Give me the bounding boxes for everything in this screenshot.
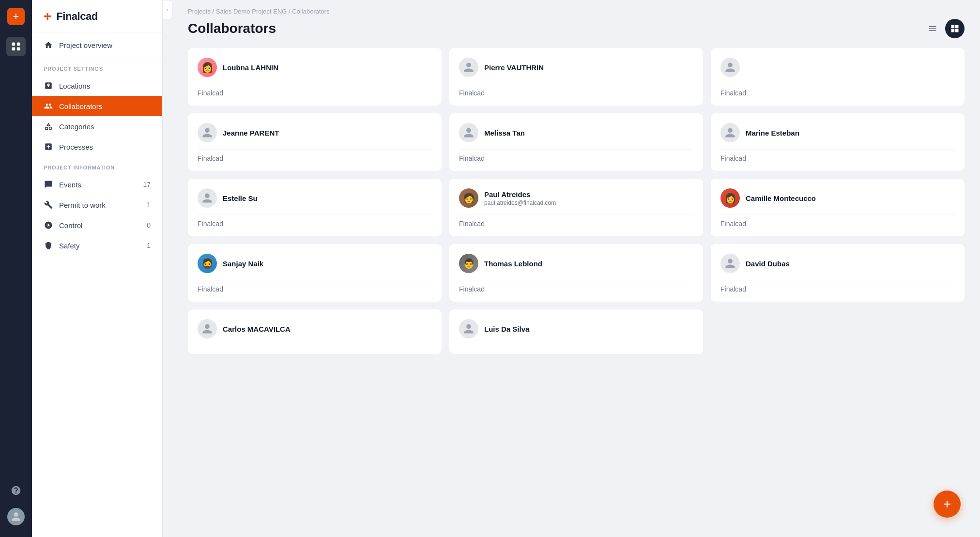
collab-card-header: Luis Da Silva [459,319,693,338]
page-title-row: Collaborators [188,19,965,38]
collab-company: Finalcad [720,280,955,293]
collab-card-header: Melissa Tan [459,123,693,142]
permit-to-work-label: Permit to work [59,201,106,209]
grid-view-icon [950,24,960,33]
collab-card[interactable]: 👨 Thomas Leblond Finalcad [449,244,703,302]
control-label: Control [59,221,82,230]
grid-view-button[interactable] [945,19,965,38]
collab-name: Estelle Su [223,194,258,202]
collab-avatar [459,58,478,77]
collab-name: Camille Montecucco [746,194,816,202]
help-icon [11,485,21,496]
collab-company: Finalcad [459,215,693,228]
locations-label: Locations [59,82,90,90]
sidebar-logo: + Finalcad [32,0,162,32]
main-content: Projects / Sales Demo Project ENG / Coll… [172,0,980,537]
collab-company: Finalcad [198,149,432,162]
collab-company: Finalcad [198,84,432,97]
locations-icon [44,81,53,91]
page-title: Collaborators [188,21,276,36]
collab-card[interactable]: David Dubas Finalcad [711,244,965,302]
collab-name: Luis Da Silva [484,325,529,333]
icon-bar: + [0,0,32,537]
apps-icon-button[interactable] [6,37,26,56]
sidebar-item-categories[interactable]: Categories [32,116,162,137]
collab-card-header: 🧔 Sanjay Naik [198,254,432,273]
global-add-button[interactable]: + [7,8,25,25]
safety-count: 1 [147,242,151,249]
permit-count: 1 [147,201,151,209]
svg-rect-1 [17,43,20,46]
sidebar-item-events[interactable]: Events 17 [32,174,162,195]
list-view-icon [928,24,937,33]
sidebar-item-control[interactable]: Control 0 [32,215,162,235]
collab-card[interactable]: Luis Da Silva [449,309,703,354]
sidebar-item-permit-to-work[interactable]: Permit to work 1 [32,195,162,215]
processes-icon [44,142,53,152]
collaborators-icon [44,101,53,111]
sidebar-item-processes[interactable]: Processes [32,137,162,157]
sidebar-item-collaborators[interactable]: Collaborators [32,96,162,116]
project-overview-label: Project overview [59,41,112,49]
collab-avatar [459,123,478,142]
list-view-button[interactable] [924,20,941,37]
collab-card[interactable]: Pierre VAUTHRIN Finalcad [449,48,703,106]
collab-avatar: 👩 [198,58,217,77]
collab-name: Jeanne PARENT [223,129,279,137]
collab-avatar [198,123,217,142]
collab-name: Paul Atreides [484,190,556,199]
help-icon-button[interactable] [6,481,26,500]
collab-company: Finalcad [198,215,432,228]
collab-avatar [720,58,740,77]
collab-avatar [459,319,478,338]
sidebar-collapse-button[interactable]: ‹ [163,0,172,19]
svg-rect-2 [12,47,15,50]
add-collaborator-fab[interactable]: + [934,491,961,518]
collab-name: Marine Esteban [746,129,799,137]
collab-avatar: 🧔 [198,254,217,273]
categories-icon [44,122,53,131]
home-icon [44,40,53,50]
collab-name: David Dubas [746,260,790,268]
collab-card[interactable]: 🧑 Paul Atreides paul.atreides@finalcad.c… [449,179,703,236]
user-avatar-bar[interactable] [7,508,25,525]
collab-company: Finalcad [198,280,432,293]
collab-card[interactable]: Jeanne PARENT Finalcad [188,113,442,171]
collab-card[interactable]: Marine Esteban Finalcad [711,113,965,171]
collab-avatar: 👩 [720,188,740,208]
collab-card[interactable]: 👩 Loubna LAHNIN Finalcad [188,48,442,106]
safety-icon [44,241,53,250]
collab-card[interactable]: Estelle Su Finalcad [188,179,442,236]
collab-card[interactable]: 👩 Camille Montecucco Finalcad [711,179,965,236]
processes-label: Processes [59,143,93,151]
collab-avatar [720,254,740,273]
safety-label: Safety [59,242,80,250]
collab-company: Finalcad [459,84,693,97]
categories-label: Categories [59,123,94,131]
collab-card-header: Carlos MACAVILCA [198,319,432,338]
collab-company: Finalcad [720,215,955,228]
collab-card[interactable]: 🧔 Sanjay Naik Finalcad [188,244,442,302]
collaborators-grid: 👩 Loubna LAHNIN Finalcad Pierre VAUTHRIN… [172,48,980,537]
collab-card[interactable]: Carlos MACAVILCA [188,309,442,354]
project-settings-section-label: PROJECT SETTINGS [32,58,162,76]
collab-company: Finalcad [459,149,693,162]
collab-card[interactable]: Melissa Tan Finalcad [449,113,703,171]
collaborators-label: Collaborators [59,102,102,110]
collab-card-header: 👨 Thomas Leblond [459,254,693,273]
collab-avatar: 🧑 [459,188,478,208]
collab-card-header: David Dubas [720,254,955,273]
events-label: Events [59,181,81,189]
collab-card[interactable]: Finalcad [711,48,965,106]
collab-avatar: 👨 [459,254,478,273]
svg-rect-0 [12,43,15,46]
collab-name: Pierre VAUTHRIN [484,63,544,72]
sidebar-item-safety[interactable]: Safety 1 [32,235,162,256]
collab-name: Thomas Leblond [484,260,542,268]
sidebar-item-locations[interactable]: Locations [32,76,162,96]
sidebar-item-project-overview[interactable]: Project overview [32,32,162,58]
collab-card-header: Pierre VAUTHRIN [459,58,693,77]
permit-icon [44,200,53,210]
collab-card-header: Jeanne PARENT [198,123,432,142]
collab-card-header: 👩 Camille Montecucco [720,188,955,208]
